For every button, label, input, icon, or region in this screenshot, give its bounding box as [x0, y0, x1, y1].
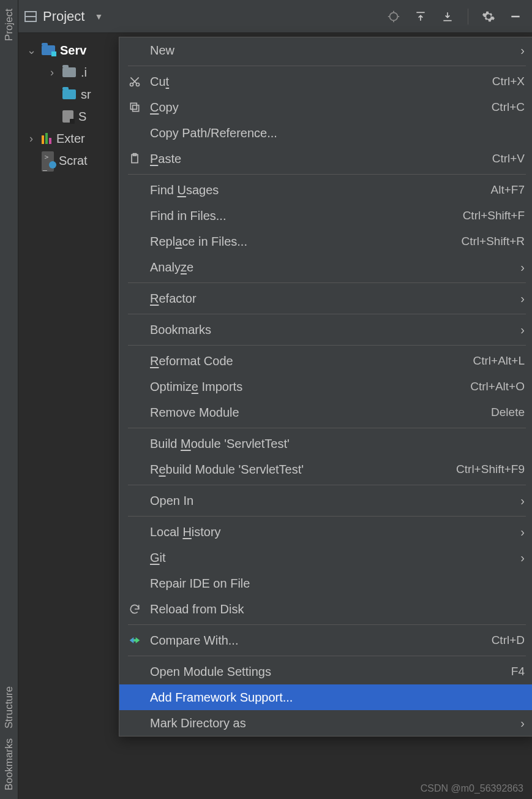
- menu-item-compare-with[interactable]: Compare With...Ctrl+D: [119, 627, 532, 653]
- folder-icon: [62, 89, 76, 99]
- menu-shortcut: Ctrl+Shift+F9: [456, 463, 525, 476]
- chevron-right-icon: ›: [520, 716, 525, 730]
- menu-separator: [128, 345, 526, 346]
- menu-item-copy-path-reference[interactable]: Copy Path/Reference...: [119, 120, 532, 146]
- menu-item-label: Repair IDE on File: [150, 577, 525, 591]
- reload-icon: [127, 603, 143, 615]
- target-icon[interactable]: [383, 6, 404, 27]
- menu-item-bookmarks[interactable]: Bookmarks›: [119, 317, 532, 343]
- chevron-right-icon: ›: [520, 292, 525, 306]
- menu-separator: [128, 624, 526, 625]
- menu-item-remove-module[interactable]: Remove ModuleDelete: [119, 400, 532, 425]
- menu-item-analyze[interactable]: Analyze›: [119, 254, 532, 280]
- menu-item-open-module-settings[interactable]: Open Module SettingsF4: [119, 659, 532, 684]
- chevron-right-icon: ›: [520, 494, 525, 508]
- context-menu: New›CutCtrl+XCopyCtrl+CCopy Path/Referen…: [119, 37, 532, 737]
- menu-shortcut: F4: [511, 665, 525, 678]
- menu-item-label: Build Module 'ServletTest': [150, 437, 525, 451]
- cut-icon: [127, 75, 143, 88]
- tree-root-label: Serv: [60, 44, 86, 58]
- expand-all-icon[interactable]: [410, 6, 431, 27]
- minimize-icon[interactable]: [505, 6, 526, 27]
- chevron-right-icon[interactable]: ›: [26, 132, 37, 145]
- menu-item-git[interactable]: Git›: [119, 545, 532, 570]
- chevron-right-icon: ›: [520, 323, 525, 337]
- menu-item-local-history[interactable]: Local History›: [119, 519, 532, 545]
- menu-item-add-framework-support[interactable]: Add Framework Support...: [119, 684, 532, 710]
- menu-item-label: Find in Files...: [150, 209, 455, 223]
- chevron-right-icon: ›: [520, 551, 525, 565]
- file-icon: [62, 110, 73, 123]
- menu-item-reload-from-disk[interactable]: Reload from Disk: [119, 596, 532, 622]
- menu-item-build-module-servlettest[interactable]: Build Module 'ServletTest': [119, 431, 532, 456]
- menu-item-label: New: [150, 44, 513, 58]
- menu-item-label: Cut: [150, 75, 485, 89]
- module-folder-icon: [42, 45, 55, 55]
- menu-item-label: Refactor: [150, 292, 513, 306]
- menu-separator: [128, 282, 526, 283]
- chevron-right-icon: ›: [520, 260, 525, 275]
- copy-icon: [127, 101, 143, 113]
- menu-item-paste[interactable]: PasteCtrl+V: [119, 146, 532, 172]
- rail-tab-project[interactable]: Project: [3, 4, 15, 46]
- menu-item-label: Bookmarks: [150, 323, 513, 337]
- menu-item-label: Mark Directory as: [150, 716, 513, 730]
- rail-tab-bookmarks[interactable]: Bookmarks: [3, 733, 15, 795]
- gear-icon[interactable]: [478, 6, 499, 27]
- rail-tab-structure[interactable]: Structure: [3, 681, 15, 733]
- tree-ext-label: Exter: [56, 132, 85, 146]
- svg-rect-15: [130, 103, 137, 109]
- menu-item-cut[interactable]: CutCtrl+X: [119, 69, 532, 94]
- folder-icon: [62, 67, 76, 77]
- menu-item-label: Optimize Imports: [150, 380, 463, 394]
- menu-separator: [128, 516, 526, 517]
- menu-item-copy[interactable]: CopyCtrl+C: [119, 94, 532, 120]
- menu-item-label: Copy: [150, 100, 484, 115]
- menu-item-repair-ide-on-file[interactable]: Repair IDE on File: [119, 570, 532, 596]
- toolbar-separator: [468, 9, 468, 25]
- chevron-right-icon: ›: [520, 44, 525, 58]
- menu-item-reformat-code[interactable]: Reformat CodeCtrl+Alt+L: [119, 348, 532, 374]
- svg-point-0: [390, 12, 398, 20]
- menu-item-replace-in-files[interactable]: Replace in Files...Ctrl+Shift+R: [119, 229, 532, 254]
- menu-item-find-usages[interactable]: Find UsagesAlt+F7: [119, 177, 532, 203]
- project-icon: [24, 11, 37, 22]
- menu-separator: [128, 428, 526, 428]
- menu-item-mark-directory-as[interactable]: Mark Directory as›: [119, 710, 532, 736]
- menu-item-label: Git: [150, 551, 513, 565]
- chevron-icon[interactable]: ›: [47, 66, 58, 79]
- collapse-all-icon[interactable]: [437, 6, 458, 27]
- menu-item-label: Compare With...: [150, 634, 484, 648]
- menu-separator: [128, 656, 526, 656]
- menu-item-label: Add Framework Support...: [150, 691, 525, 705]
- menu-item-open-in[interactable]: Open In›: [119, 488, 532, 513]
- menu-item-optimize-imports[interactable]: Optimize ImportsCtrl+Alt+O: [119, 374, 532, 400]
- menu-item-rebuild-module-servlettest[interactable]: Rebuild Module 'ServletTest'Ctrl+Shift+F…: [119, 456, 532, 482]
- project-title[interactable]: Project: [43, 9, 84, 25]
- menu-item-label: Local History: [150, 525, 513, 539]
- menu-item-find-in-files[interactable]: Find in Files...Ctrl+Shift+F: [119, 203, 532, 229]
- menu-shortcut: Ctrl+Shift+R: [462, 235, 525, 248]
- menu-shortcut: Ctrl+D: [492, 634, 525, 647]
- menu-item-label: Paste: [150, 152, 485, 166]
- menu-item-label: Find Usages: [150, 183, 484, 197]
- svg-rect-14: [133, 105, 139, 112]
- menu-shortcut: Ctrl+Shift+F: [463, 209, 525, 222]
- menu-item-label: Copy Path/Reference...: [150, 126, 525, 140]
- menu-item-label: Replace in Files...: [150, 235, 454, 249]
- libraries-icon: [42, 133, 51, 144]
- menu-item-label: Reload from Disk: [150, 602, 525, 616]
- diff-icon: [127, 634, 143, 646]
- menu-item-refactor[interactable]: Refactor›: [119, 286, 532, 311]
- menu-separator: [128, 174, 526, 175]
- chevron-down-icon[interactable]: ▼: [94, 12, 103, 21]
- menu-shortcut: Ctrl+X: [492, 75, 525, 88]
- menu-shortcut: Ctrl+Alt+L: [473, 354, 525, 368]
- menu-separator: [128, 314, 526, 314]
- menu-item-new[interactable]: New›: [119, 37, 532, 63]
- tree-scratch-label: Scrat: [59, 154, 88, 168]
- chevron-down-icon[interactable]: ⌄: [26, 44, 37, 57]
- menu-shortcut: Ctrl+C: [492, 100, 525, 114]
- menu-shortcut: Ctrl+V: [492, 152, 525, 165]
- menu-shortcut: Ctrl+Alt+O: [470, 380, 525, 393]
